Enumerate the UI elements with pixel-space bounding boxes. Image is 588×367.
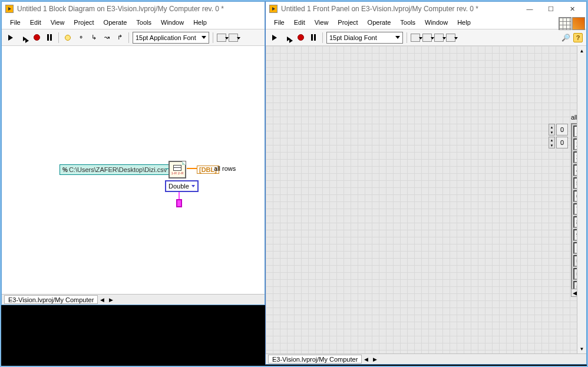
close-button[interactable]: ✕	[561, 2, 583, 16]
toolbar-left: ⚬ ↳ ↝ ↱ 15pt Application Font	[2, 29, 265, 46]
labview-icon	[5, 5, 14, 13]
highlight-execution-button[interactable]	[62, 32, 73, 43]
status-context[interactable]: E3-Vision.lvproj/My Computer	[268, 355, 362, 363]
index-value-col[interactable]: 0	[556, 137, 568, 148]
status-context[interactable]: E3-Vision.lvproj/My Computer	[4, 295, 98, 304]
abort-button[interactable]	[295, 32, 306, 43]
titlebar-right[interactable]: Untitled 1 Front Panel on E3-Vision.lvpr…	[266, 2, 586, 16]
status-nav-right[interactable]: ▶	[107, 297, 115, 303]
wire-data[interactable]	[187, 168, 197, 169]
labview-icon	[269, 5, 278, 13]
font-select-right[interactable]: 15pt Dialog Font	[326, 32, 403, 44]
status-nav-left[interactable]: ◀	[362, 356, 371, 362]
array-index-controls: ▲▼ 0 ▲▼ 0	[549, 123, 568, 149]
titlebar-left[interactable]: Untitled 1 Block Diagram on E3-Vision.lv…	[2, 2, 265, 16]
front-panel-canvas[interactable]: all rows ▲▼ 0 ▲▼ 0 111021203130414051506…	[266, 46, 586, 353]
wire-type[interactable]	[179, 192, 180, 199]
search-icon: 🔍	[561, 34, 570, 42]
index-value-row[interactable]: 0	[556, 124, 568, 135]
divider	[322, 32, 323, 43]
step-over-button[interactable]: ↝	[101, 32, 112, 43]
type-dropdown[interactable]: Double	[165, 180, 199, 192]
run-continuous-button[interactable]	[18, 32, 29, 43]
font-select-left[interactable]: 15pt Application Font	[133, 32, 209, 44]
window-title-left: Untitled 1 Block Diagram on E3-Vision.lv…	[17, 5, 261, 13]
menu-window[interactable]: Window	[156, 17, 189, 28]
index-spinner-row[interactable]: ▲▼	[549, 124, 555, 135]
front-panel-window: Untitled 1 Front Panel on E3-Vision.lvpr…	[265, 1, 587, 365]
pause-button[interactable]	[44, 32, 55, 43]
run-button[interactable]	[5, 32, 16, 43]
menubar-left: File Edit View Project Operate Tools Win…	[2, 16, 265, 29]
block-diagram-window: Untitled 1 Block Diagram on E3-Vision.lv…	[1, 1, 265, 305]
panel-vscrollbar[interactable]: ▲▼	[577, 46, 586, 353]
index-spinner-col[interactable]: ▲▼	[549, 137, 555, 148]
menu-help[interactable]: Help	[452, 17, 475, 28]
menu-tools[interactable]: Tools	[131, 17, 156, 28]
menubar-right: File Edit View Project Operate Tools Win…	[266, 16, 586, 29]
menu-project[interactable]: Project	[69, 17, 98, 28]
pause-button[interactable]	[308, 32, 319, 43]
indicator-label: all rows	[214, 165, 236, 172]
statusbar-left: E3-Vision.lvproj/My Computer ◀ ▶	[2, 294, 265, 305]
connector-pane-icon[interactable]	[559, 17, 572, 30]
minimize-button[interactable]: —	[519, 2, 540, 16]
block-diagram-canvas[interactable]: C:\Users\ZAFER\Desktop\Dizi.csv 1-R 2-R …	[2, 46, 265, 294]
align-button[interactable]	[411, 34, 420, 42]
statusbar-right: E3-Vision.lvproj/My Computer ◀ ▶	[266, 353, 586, 364]
align-button[interactable]	[217, 34, 226, 42]
run-button[interactable]	[269, 32, 280, 43]
menu-project[interactable]: Project	[333, 17, 362, 28]
search-button[interactable]: 🔍	[560, 32, 571, 43]
menu-operate[interactable]: Operate	[363, 17, 396, 28]
retain-wire-button[interactable]: ⚬	[75, 32, 86, 43]
status-nav-right[interactable]: ▶	[371, 356, 379, 362]
distribute-button[interactable]	[422, 34, 432, 42]
menu-operate[interactable]: Operate	[99, 17, 132, 28]
menu-file[interactable]: File	[269, 17, 289, 28]
run-continuous-button[interactable]	[282, 32, 293, 43]
menu-tools[interactable]: Tools	[395, 17, 420, 28]
menu-edit[interactable]: Edit	[289, 17, 310, 28]
menu-view[interactable]: View	[46, 17, 70, 28]
menu-view[interactable]: View	[310, 17, 333, 28]
path-constant[interactable]: C:\Users\ZAFER\Desktop\Dizi.csv	[60, 164, 170, 175]
menu-help[interactable]: Help	[189, 17, 212, 28]
toolbar-right: 15pt Dialog Font 🔍 ?	[266, 29, 586, 46]
vi-icon[interactable]	[572, 17, 585, 30]
status-nav-left[interactable]: ◀	[98, 297, 107, 303]
step-out-button[interactable]: ↱	[114, 32, 125, 43]
resize-button[interactable]	[434, 34, 444, 42]
distribute-button[interactable]	[229, 34, 238, 42]
window-title-right: Untitled 1 Front Panel on E3-Vision.lvpr…	[281, 5, 516, 13]
read-csv-node[interactable]: 1-R 2-R	[169, 161, 186, 178]
reorder-button[interactable]	[446, 34, 455, 42]
divider	[213, 32, 213, 43]
maximize-button[interactable]: ☐	[540, 2, 561, 16]
divider	[407, 32, 407, 43]
menu-edit[interactable]: Edit	[25, 17, 46, 28]
divider	[128, 32, 129, 43]
menu-file[interactable]: File	[5, 17, 25, 28]
divider	[58, 32, 59, 43]
abort-button[interactable]	[31, 32, 42, 43]
step-into-button[interactable]: ↳	[88, 32, 99, 43]
menu-window[interactable]: Window	[420, 17, 452, 28]
context-help-button[interactable]: ?	[573, 33, 583, 42]
delimiter-constant[interactable]	[176, 199, 182, 207]
